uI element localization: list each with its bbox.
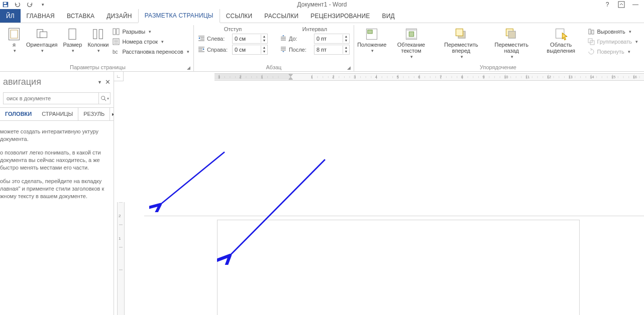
svg-rect-44 [592, 30, 594, 34]
chevron-down-icon[interactable]: ▼ [97, 80, 102, 85]
dialog-launcher-icon[interactable]: ◢ [187, 65, 190, 70]
redo-icon[interactable] [26, 1, 33, 8]
tab-mailings[interactable]: РАССЫЛКИ [258, 9, 304, 23]
spacing-before-input[interactable]: ▲▼ [314, 34, 350, 44]
group-icon [588, 38, 595, 45]
indent-left-value[interactable] [233, 36, 261, 42]
ruler-corner-icon[interactable]: ∟ [114, 72, 124, 81]
rotate-button[interactable]: Повернуть▾ [588, 47, 638, 56]
window-title: Документ1 - Word [0, 1, 644, 8]
arrange-group-text: Упорядочение [480, 64, 516, 70]
titlebar: ▾ Документ1 - Word ? — [0, 0, 644, 9]
minimize-icon[interactable]: — [632, 1, 639, 8]
tab-page-layout[interactable]: РАЗМЕТКА СТРАНИЦЫ [138, 8, 220, 23]
tab-references[interactable]: ССЫЛКИ [220, 9, 259, 23]
breaks-button[interactable]: Разрывы▾ [113, 27, 189, 36]
dialog-launcher-icon[interactable]: ◢ [347, 65, 351, 70]
help-icon[interactable]: ? [604, 1, 611, 8]
spacing-after-input[interactable]: ▲▼ [314, 45, 350, 55]
indent-right-icon [198, 46, 205, 54]
spinner-up-icon[interactable]: ▲ [343, 35, 349, 39]
page-gap [144, 81, 644, 216]
margins-button[interactable]: я ▾ [6, 26, 22, 54]
spinner-up-icon[interactable]: ▲ [343, 46, 349, 50]
spacing-header: Интервал [280, 26, 350, 33]
spinner-up-icon[interactable]: ▲ [261, 46, 267, 50]
spacing-after-value[interactable] [314, 47, 343, 53]
svg-text:3: 3 [354, 75, 356, 79]
search-input[interactable] [4, 95, 98, 101]
svg-rect-35 [409, 32, 413, 36]
search-box[interactable]: ▾ [3, 92, 111, 104]
chevron-down-icon: ▾ [14, 48, 16, 53]
chevron-down-icon: ▾ [461, 54, 463, 59]
svg-text:2: 2 [332, 75, 334, 79]
svg-text:12: 12 [547, 75, 551, 79]
indent-right-input[interactable]: ▲▼ [232, 45, 268, 55]
spinner-down-icon[interactable]: ▼ [343, 39, 349, 43]
nav-tab-pages[interactable]: СТРАНИЦЫ [37, 108, 78, 120]
spacing-before-icon [280, 35, 287, 43]
spacing-after-label: После: [289, 47, 312, 53]
line-numbers-button[interactable]: Номера строк▾ [113, 37, 189, 46]
save-icon[interactable] [2, 1, 9, 8]
search-icon[interactable]: ▾ [98, 93, 110, 104]
send-backward-button[interactable]: Переместить назад ▾ [489, 26, 534, 60]
svg-rect-8 [69, 29, 76, 40]
spacing-before-value[interactable] [314, 36, 343, 42]
svg-text:13: 13 [568, 75, 572, 79]
wrap-text-button[interactable]: Обтекание текстом ▾ [389, 26, 434, 60]
document-page[interactable] [218, 220, 579, 315]
vertical-ruler[interactable]: 2 1 [117, 202, 125, 315]
close-icon[interactable]: ✕ [105, 78, 111, 86]
tab-design[interactable]: ДИЗАЙН [100, 9, 138, 23]
columns-icon [91, 27, 105, 41]
indent-column: Отступ Слева: ▲▼ Справа: ▲▼ [198, 26, 268, 55]
indent-left-input[interactable]: ▲▼ [232, 34, 268, 44]
horizontal-ruler[interactable]: 3211234567891011121314151617 [214, 73, 644, 81]
svg-rect-43 [589, 29, 591, 34]
selection-pane-label: Область выделения [539, 42, 584, 54]
tab-insert[interactable]: ВСТАВКА [61, 9, 100, 23]
columns-button[interactable]: Колонки ▾ [86, 26, 110, 54]
size-button[interactable]: Размер ▾ [61, 26, 83, 54]
size-icon [65, 27, 79, 41]
hyphenation-label: Расстановка переносов [122, 49, 183, 55]
orientation-icon [35, 27, 49, 41]
svg-line-48 [104, 99, 105, 101]
position-button[interactable]: Положение ▾ [358, 26, 386, 54]
tab-file[interactable]: ЙЛ [0, 9, 21, 23]
group-label-page-setup: Параметры страницы ◢ [6, 63, 189, 71]
selection-pane-button[interactable]: Область выделения [538, 26, 585, 55]
navigation-pane: авигация ▼ ✕ ▾ ГОЛОВКИ СТРАНИЦЫ РЕЗУЛЬ ▸… [0, 72, 114, 315]
indent-right-value[interactable] [233, 47, 261, 53]
svg-rect-9 [93, 30, 97, 39]
group-button[interactable]: Группировать▾ [588, 37, 638, 46]
svg-text:7: 7 [440, 75, 442, 79]
qat-customize-icon[interactable]: ▾ [39, 1, 46, 8]
tab-review[interactable]: РЕЦЕНЗИРОВАНИЕ [304, 9, 376, 23]
undo-icon[interactable] [14, 1, 21, 8]
bring-forward-button[interactable]: Переместить вперед ▾ [437, 26, 486, 60]
wrap-text-icon [404, 27, 418, 41]
svg-point-47 [101, 96, 104, 100]
ribbon-options-icon[interactable] [618, 1, 625, 8]
spinner-up-icon[interactable]: ▲ [261, 35, 267, 39]
orientation-button[interactable]: Ориентация ▾ [25, 26, 58, 54]
tab-view[interactable]: ВИД [376, 9, 401, 23]
navigation-tabs: ГОЛОВКИ СТРАНИЦЫ РЕЗУЛЬ ▸ [0, 107, 114, 121]
tab-home[interactable]: ГЛАВНАЯ [21, 9, 61, 23]
window-buttons: ? — [604, 1, 644, 8]
nav-help-p1: можете создать интерактивную уктуру доку… [0, 128, 110, 143]
chevron-down-icon: ▾ [635, 39, 638, 44]
nav-tab-scroll-icon[interactable]: ▸ [110, 108, 114, 120]
spinner-down-icon[interactable]: ▼ [343, 50, 349, 54]
spinner-down-icon[interactable]: ▼ [261, 39, 267, 43]
nav-tab-headings[interactable]: ГОЛОВКИ [0, 108, 37, 120]
align-button[interactable]: Выровнять▾ [588, 27, 638, 36]
chevron-down-icon: ▾ [629, 29, 631, 34]
chevron-down-icon: ▾ [187, 49, 189, 54]
nav-tab-results[interactable]: РЕЗУЛЬ [78, 108, 110, 120]
spinner-down-icon[interactable]: ▼ [261, 50, 267, 54]
hyphenation-button[interactable]: bc Расстановка переносов▾ [113, 47, 189, 56]
